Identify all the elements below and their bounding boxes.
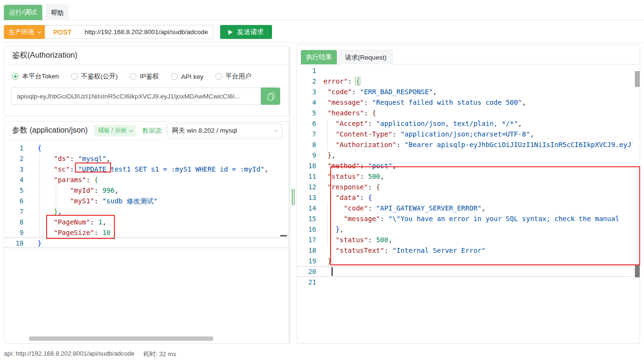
chevron-down-icon <box>274 128 278 132</box>
play-icon <box>228 30 233 35</box>
template-example-dropdown[interactable]: 模板 / 示例 <box>94 125 136 137</box>
code-line: 21 <box>297 277 632 287</box>
copy-token-button[interactable] <box>261 87 280 105</box>
radio-label: 本平台Token <box>22 72 59 81</box>
code-line: 3 "sc": "UPDATE test1 SET s1 = :myS1 WHE… <box>4 164 288 174</box>
code-line: 9 }, <box>297 150 632 161</box>
params-header: 参数 (application/json) 模板 / 示例 数据源: 网关 wi… <box>4 122 288 140</box>
radio-api-key[interactable]: API key <box>171 73 204 80</box>
toolbar-divider <box>0 42 644 43</box>
radio-label: 平台用户 <box>225 72 251 81</box>
horizontal-scrollbar[interactable] <box>29 336 213 341</box>
code-line: 1{ <box>4 143 288 153</box>
current-line-highlight <box>297 266 632 277</box>
radio-icon <box>215 73 222 80</box>
current-line-highlight <box>4 237 288 248</box>
panel-splitter[interactable] <box>289 46 290 344</box>
annotation-box-error-response <box>330 166 640 265</box>
environment-dropdown[interactable]: 生产环境 <box>4 25 45 39</box>
code-line: 5 "headers": { <box>297 108 632 118</box>
splitter-grip <box>292 189 293 205</box>
tab-request[interactable]: 请求(Request) <box>339 50 393 64</box>
http-method-label: POST <box>45 25 80 39</box>
chevron-down-icon <box>37 29 41 33</box>
send-request-label: 发送请求 <box>237 28 264 37</box>
datasource-value: 网关 win 8.202 / mysql <box>172 126 237 135</box>
code-line: 4 "message": "Request failed with status… <box>297 97 632 108</box>
environment-label: 生产环境 <box>9 28 34 37</box>
datasource-select[interactable]: 网关 win 8.202 / mysql <box>167 124 282 138</box>
top-tab-bar: 运行/调试 帮助 <box>0 0 644 20</box>
radio-selected-icon <box>12 73 19 80</box>
code-line: 2 "ds": "mysql", <box>4 153 288 164</box>
result-tab-row: 执行结果 请求(Request) <box>297 45 640 64</box>
auth-type-radio-group: 本平台Token 不鉴权(公开) IP鉴权 API key 平台用户 <box>12 72 251 81</box>
code-line: 7 "Content-Type": "application/json;char… <box>297 129 632 139</box>
annotation-box-paging <box>46 215 115 239</box>
authorization-title: 鉴权(Authorization) <box>4 46 288 65</box>
overview-cursor-marker <box>635 265 640 277</box>
vertical-scrollbar[interactable] <box>635 71 640 87</box>
indent-guide <box>327 118 328 150</box>
authorization-card: 鉴权(Authorization) 本平台Token 不鉴权(公开) IP鉴权 … <box>4 46 289 116</box>
radio-no-auth[interactable]: 不鉴权(公开) <box>71 72 118 81</box>
tab-execution-result[interactable]: 执行结果 <box>301 50 337 64</box>
code-line: 6 "myS1": "sudb 修改测试" <box>4 196 288 206</box>
code-line: 2error": { <box>297 76 632 87</box>
tab-help[interactable]: 帮助 <box>46 5 68 20</box>
chevron-down-icon <box>129 128 133 132</box>
indent-guide <box>327 203 328 245</box>
radio-platform-token[interactable]: 本平台Token <box>12 72 59 81</box>
code-line: 1 <box>297 65 632 76</box>
template-example-label: 模板 / 示例 <box>98 126 126 135</box>
token-input[interactable]: apisqlp-eyJhbGciOiJIUzI1NiIsInR5cCI6IkpX… <box>11 87 261 105</box>
elapsed-time: 耗时: 32 ms <box>143 350 176 359</box>
datasource-label: 数据源: <box>142 126 163 135</box>
status-bar: api: http://192.168.8.202:8001/api/sudb/… <box>4 350 176 359</box>
indent-guide <box>39 153 40 238</box>
code-line: 6 "Accept": "application/json, text/plai… <box>297 118 632 129</box>
radio-platform-user[interactable]: 平台用户 <box>215 72 251 81</box>
token-row: apisqlp-eyJhbGciOiJIUzI1NiIsInR5cCI6IkpX… <box>11 87 280 105</box>
radio-icon <box>171 73 178 80</box>
code-line: 8 "Authorization": "Bearer apisqlp-eyJhb… <box>297 139 632 150</box>
code-line: 5 "myId": 996, <box>4 185 288 196</box>
radio-label: 不鉴权(公开) <box>81 72 118 81</box>
tab-run-debug[interactable]: 运行/调试 <box>4 5 42 20</box>
text-cursor <box>332 267 333 276</box>
overview-ruler-marker <box>280 235 287 236</box>
url-input[interactable]: http://192.168.8.202:8001/api/sudb/adcod… <box>80 25 213 39</box>
params-title: 参数 (application/json) <box>12 125 87 136</box>
api-url-status: api: http://192.168.8.202:8001/api/sudb/… <box>4 350 135 359</box>
copy-icon <box>268 93 274 100</box>
send-request-button[interactable]: 发送请求 <box>220 25 272 39</box>
annotation-box-update <box>75 162 111 173</box>
splitter-grip <box>294 189 295 205</box>
indent-guide <box>56 185 56 206</box>
radio-label: API key <box>181 73 204 80</box>
radio-ip-auth[interactable]: IP鉴权 <box>130 72 159 81</box>
radio-icon <box>71 73 78 80</box>
radio-icon <box>130 73 136 80</box>
radio-label: IP鉴权 <box>140 72 159 81</box>
code-line: 3 "code": "ERR_BAD_RESPONSE", <box>297 87 632 97</box>
code-line: 4 "params": { <box>4 174 288 185</box>
